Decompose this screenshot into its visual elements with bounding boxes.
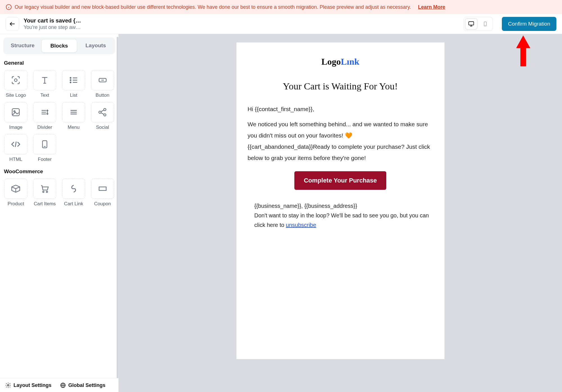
gear-icon: [5, 382, 11, 388]
svg-point-13: [70, 78, 71, 78]
block-divider[interactable]: Divider: [32, 102, 57, 130]
top-bar: Your cart is saved {… You're just one st…: [0, 14, 562, 34]
unsubscribe-link[interactable]: unsubscribe: [286, 222, 316, 228]
block-cart-link[interactable]: Cart Link: [61, 179, 86, 207]
title-area: Your cart is saved {… You're just one st…: [24, 17, 81, 30]
social-icon: [97, 107, 108, 118]
block-footer[interactable]: Footer: [32, 134, 57, 162]
block-menu[interactable]: Menu: [61, 102, 86, 130]
section-general-label: General: [4, 60, 115, 66]
heart-icon: 🧡: [345, 132, 352, 139]
block-image[interactable]: Image: [3, 102, 28, 130]
email-greeting: Hi {{contact_first_name}},: [248, 103, 433, 115]
block-text[interactable]: Text: [32, 70, 57, 98]
global-settings-link[interactable]: Global Settings: [60, 382, 105, 388]
page-subtitle: You're just one step aw…: [24, 24, 81, 30]
email-logo: LogoLınk: [248, 57, 433, 67]
main-area: Structure Blocks Layouts General Site Lo…: [0, 34, 562, 392]
sidebar-footer: Layout Settings Global Settings: [0, 378, 118, 392]
learn-more-link[interactable]: Learn More: [418, 4, 445, 10]
coupon-icon: [97, 183, 108, 194]
email-preview[interactable]: LogoLınk Your Cart is Waiting For You! H…: [236, 42, 444, 359]
svg-line-34: [15, 142, 16, 147]
device-toggle: [464, 17, 493, 31]
banner-text: Our legacy visual builder and new block-…: [15, 4, 411, 10]
html-icon: [10, 139, 21, 150]
image-icon: [10, 107, 21, 118]
layout-settings-link[interactable]: Layout Settings: [5, 382, 51, 388]
desktop-icon: [468, 21, 475, 27]
confirm-migration-button[interactable]: Confirm Migration: [502, 17, 556, 31]
section-woocommerce-label: WooCommerce: [4, 168, 115, 175]
svg-point-22: [14, 111, 15, 112]
svg-line-33: [101, 113, 104, 114]
mobile-icon: [482, 21, 488, 27]
svg-marker-45: [516, 35, 530, 66]
svg-line-32: [101, 110, 104, 112]
sidebar-scrollbar[interactable]: [117, 37, 118, 378]
sidebar: Structure Blocks Layouts General Site Lo…: [0, 34, 119, 392]
footer-icon: [39, 139, 50, 150]
email-body: We noticed you left something behind... …: [248, 119, 433, 164]
svg-point-38: [43, 191, 44, 193]
button-icon: [97, 75, 108, 85]
block-social[interactable]: Social: [90, 102, 115, 130]
arrow-left-icon: [9, 21, 16, 27]
globe-icon: [60, 382, 66, 388]
email-footer: {{business_name}}, {{business_address}} …: [248, 201, 433, 230]
migration-warning-banner: Our legacy visual builder and new block-…: [0, 0, 562, 14]
tab-blocks[interactable]: Blocks: [41, 39, 77, 53]
attention-arrow: [515, 35, 532, 70]
svg-point-15: [70, 82, 71, 83]
woocommerce-blocks-grid: Product Cart Items Cart Link Coupon: [3, 179, 115, 207]
desktop-view-button[interactable]: [465, 18, 477, 30]
svg-point-39: [46, 191, 48, 193]
svg-rect-4: [469, 22, 474, 25]
block-list[interactable]: List: [61, 70, 86, 98]
complete-purchase-button[interactable]: Complete Your Purchase: [294, 171, 387, 190]
block-product[interactable]: Product: [3, 179, 28, 207]
text-icon: [39, 75, 50, 85]
cart-items-icon: [39, 183, 50, 194]
block-site-logo[interactable]: Site Logo: [3, 70, 28, 98]
menu-icon: [68, 107, 79, 118]
svg-point-14: [70, 80, 71, 80]
divider-icon: [39, 107, 50, 118]
general-blocks-grid: Site Logo Text List Button Image: [3, 70, 115, 162]
tab-layouts[interactable]: Layouts: [78, 39, 113, 53]
block-button[interactable]: Button: [90, 70, 115, 98]
list-icon: [68, 75, 79, 85]
back-button[interactable]: [6, 17, 19, 31]
block-html[interactable]: HTML: [3, 134, 28, 162]
product-icon: [10, 183, 21, 194]
page-title: Your cart is saved {…: [24, 17, 81, 24]
sidebar-tabs: Structure Blocks Layouts: [3, 37, 115, 54]
mobile-view-button[interactable]: [479, 18, 491, 30]
tab-structure[interactable]: Structure: [5, 39, 40, 53]
email-heading: Your Cart is Waiting For You!: [248, 81, 433, 92]
preview-canvas[interactable]: LogoLınk Your Cart is Waiting For You! H…: [119, 34, 562, 392]
block-coupon[interactable]: Coupon: [90, 179, 115, 207]
block-cart-items[interactable]: Cart Items: [32, 179, 57, 207]
info-icon: [6, 4, 12, 10]
cart-link-icon: [68, 183, 79, 194]
svg-point-9: [15, 79, 17, 82]
svg-point-41: [7, 384, 9, 386]
site-logo-icon: [10, 75, 21, 85]
